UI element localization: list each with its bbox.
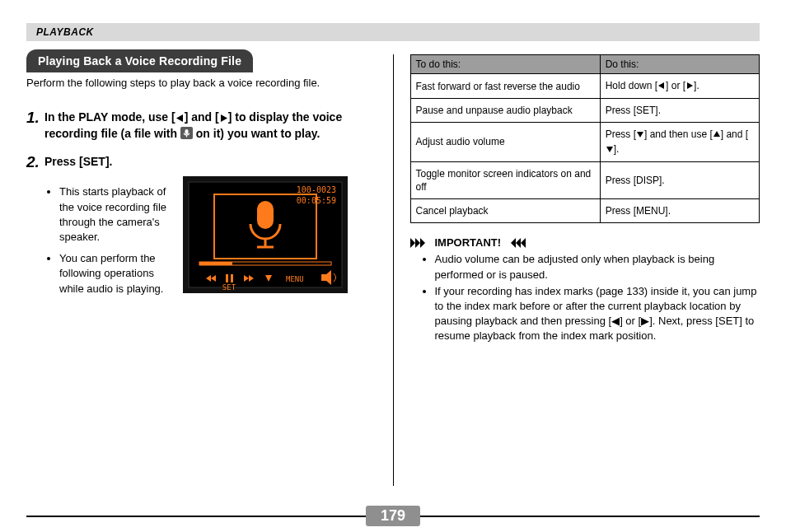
arrow-left-icon	[175, 114, 185, 123]
two-column-layout: Playing Back a Voice Recording File Perf…	[26, 49, 760, 486]
right-column: To do this: Do this: Fast forward or fas…	[394, 49, 760, 486]
step-1-heading: In the PLAY mode, use [] and [] to displ…	[44, 109, 377, 142]
svg-marker-28	[420, 238, 425, 248]
table-cell: Cancel playback	[410, 199, 600, 223]
table-cell: Toggle monitor screen indicators on and …	[410, 161, 600, 198]
page-number: 179	[366, 506, 420, 526]
svg-marker-24	[713, 131, 720, 137]
important-heading: IMPORTANT!	[410, 236, 760, 249]
important-item: If your recording has index marks (page …	[435, 284, 760, 344]
step-2-heading: Press [SET].	[44, 153, 377, 170]
table-cell: Hold down [] or [].	[600, 74, 759, 99]
intro-text: Perform the following steps to play back…	[26, 76, 377, 91]
important-list: Audio volume can be adjusted only when p…	[410, 252, 760, 343]
table-cell: Press [SET].	[600, 99, 759, 123]
important-item: Audio volume can be adjusted only when p…	[435, 252, 760, 282]
page-footer: 179	[26, 516, 760, 517]
step-number: 2.	[26, 153, 44, 303]
bullet: This starts playback of the voice record…	[59, 184, 168, 245]
arrow-left-icon	[657, 80, 666, 93]
lcd-set-label: SET	[222, 283, 236, 292]
table-row: Toggle monitor screen indicators on and …	[410, 161, 760, 198]
section-header-band: PLAYBACK	[26, 23, 760, 41]
svg-marker-23	[637, 132, 643, 138]
table-row: Cancel playback Press [MENU].	[410, 199, 760, 223]
table-cell: Pause and unpause audio playback	[410, 99, 600, 123]
table-cell: Press [] and then use [] and [].	[600, 123, 759, 161]
table-cell: Adjust audio volume	[410, 123, 600, 161]
svg-marker-29	[521, 238, 526, 248]
svg-rect-3	[185, 129, 188, 134]
lcd-menu-label: MENU	[286, 275, 304, 283]
svg-marker-31	[511, 238, 516, 248]
bullet: You can perform the following operations…	[59, 251, 168, 296]
svg-rect-12	[199, 262, 232, 265]
table-cell: Press [MENU].	[600, 199, 759, 223]
table-row: Fast forward or fast reverse the audio H…	[410, 74, 760, 99]
svg-marker-27	[415, 238, 420, 248]
table-row: Adjust audio volume Press [] and then us…	[410, 123, 760, 161]
svg-marker-0	[176, 114, 183, 122]
shuttle-left-icon	[506, 238, 526, 248]
arrow-down-icon	[606, 143, 614, 156]
step-2: 2. Press [SET]. This starts playback of …	[26, 153, 377, 303]
section-header-text: PLAYBACK	[36, 26, 94, 38]
lcd-file-id: 100-0023	[297, 185, 336, 194]
table-header: To do this:	[410, 55, 600, 74]
svg-rect-15	[226, 274, 228, 282]
svg-marker-22	[687, 82, 693, 89]
topic-title: Playing Back a Voice Recording File	[26, 49, 253, 72]
arrow-up-icon	[713, 128, 721, 142]
voice-file-icon	[180, 127, 193, 139]
step-list: 1. In the PLAY mode, use [] and [] to di…	[26, 109, 377, 303]
arrow-down-icon	[636, 128, 644, 142]
step-1: 1. In the PLAY mode, use [] and [] to di…	[26, 109, 377, 142]
camera-lcd-preview: 100-0023 00:05:59	[183, 176, 348, 302]
table-row: Pause and unpause audio playback Press […	[410, 99, 760, 123]
svg-rect-8	[257, 201, 274, 229]
svg-marker-21	[658, 82, 664, 89]
svg-marker-1	[221, 114, 227, 122]
svg-marker-25	[606, 147, 613, 152]
table-cell: Fast forward or fast reverse the audio	[410, 74, 600, 99]
svg-rect-16	[231, 274, 233, 282]
important-label: IMPORTANT!	[435, 236, 502, 249]
step-number: 1.	[26, 109, 44, 142]
arrow-right-icon	[219, 114, 228, 123]
shuttle-right-icon	[410, 238, 430, 248]
arrow-right-icon	[685, 80, 694, 93]
svg-marker-26	[410, 238, 415, 248]
svg-marker-30	[516, 238, 521, 248]
table-header: Do this:	[600, 55, 759, 74]
table-cell: Press [DISP].	[600, 161, 759, 198]
manual-page: PLAYBACK Playing Back a Voice Recording …	[0, 0, 786, 532]
left-column: Playing Back a Voice Recording File Perf…	[26, 49, 393, 486]
step-2-bullets: This starts playback of the voice record…	[44, 184, 168, 296]
operations-table: To do this: Do this: Fast forward or fas…	[410, 54, 760, 223]
